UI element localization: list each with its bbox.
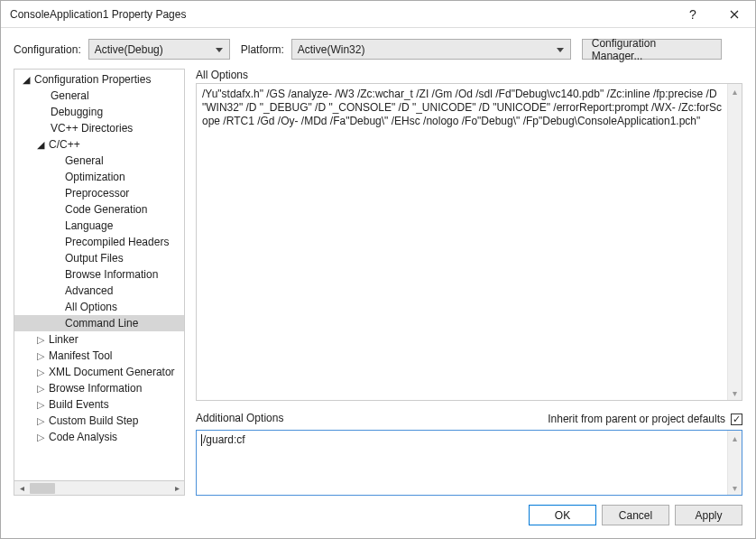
close-icon <box>730 10 739 19</box>
expand-icon: ◢ <box>20 74 32 86</box>
additional-options-header: Additional Options Inherit from parent o… <box>196 412 742 426</box>
tree-node-xml-document-generator[interactable]: ▷XML Document Generator <box>14 364 184 380</box>
scroll-down-icon: ▾ <box>728 386 742 400</box>
additional-options-label: Additional Options <box>196 412 283 424</box>
platform-value: Active(Win32) <box>298 43 365 56</box>
additional-options-text: /guard:cf <box>197 431 742 449</box>
all-options-text: /Yu"stdafx.h" /GS /analyze- /W3 /Zc:wcha… <box>197 84 742 132</box>
tree-node-code-analysis[interactable]: ▷Code Analysis <box>14 429 184 445</box>
tree-node-ccpp-precompiled-headers[interactable]: Precompiled Headers <box>14 234 184 250</box>
tree-node-ccpp-code-generation[interactable]: Code Generation <box>14 201 184 218</box>
scroll-up-icon: ▴ <box>728 431 742 445</box>
tree-node-build-events[interactable]: ▷Build Events <box>14 396 184 413</box>
additional-options-value: /guard:cf <box>203 433 245 446</box>
tree-label: General <box>49 89 91 102</box>
tree-node-ccpp-output-files[interactable]: Output Files <box>14 250 184 266</box>
all-options-box[interactable]: /Yu"stdafx.h" /GS /analyze- /W3 /Zc:wcha… <box>196 83 742 401</box>
tree-node-ccpp-browse-information[interactable]: Browse Information <box>14 266 184 283</box>
tree-label: Configuration Properties <box>32 73 152 86</box>
tree-label: Command Line <box>63 317 140 330</box>
collapse-icon: ▷ <box>34 383 47 395</box>
tree-label: Build Events <box>47 398 111 411</box>
scroll-left-icon: ◂ <box>14 482 29 495</box>
inherit-checkbox[interactable]: ✓ <box>731 414 742 425</box>
scroll-up-icon: ▴ <box>728 84 742 98</box>
tree-node-debugging[interactable]: Debugging <box>14 104 184 120</box>
tree-label: Code Analysis <box>47 431 119 443</box>
configuration-value: Active(Debug) <box>95 43 163 56</box>
tree-node-ccpp-preprocessor[interactable]: Preprocessor <box>14 185 184 201</box>
tree-label: Precompiled Headers <box>63 236 171 248</box>
tree-node-linker[interactable]: ▷Linker <box>14 331 184 348</box>
configuration-manager-label: Configuration Manager... <box>592 37 710 62</box>
help-button[interactable]: ? <box>672 1 714 28</box>
all-options-label: All Options <box>196 69 742 81</box>
tree-label: VC++ Directories <box>49 122 134 135</box>
cancel-button[interactable]: Cancel <box>602 505 669 525</box>
body: ◢ Configuration Properties General Debug… <box>1 69 755 496</box>
tree-node-ccpp-all-options[interactable]: All Options <box>14 299 184 315</box>
collapse-icon: ▷ <box>34 350 47 362</box>
tree-node-ccpp-language[interactable]: Language <box>14 218 184 234</box>
tree-panel: ◢ Configuration Properties General Debug… <box>14 69 185 496</box>
tree-node-ccpp-general[interactable]: General <box>14 153 184 169</box>
apply-label: Apply <box>695 509 722 522</box>
tree-label: All Options <box>63 301 119 313</box>
collapse-icon: ▷ <box>34 334 47 346</box>
tree-label: Debugging <box>49 106 105 118</box>
cancel-label: Cancel <box>619 509 652 522</box>
expand-icon: ◢ <box>34 139 47 151</box>
tree-label: Advanced <box>63 284 115 297</box>
tree-label: Browse Information <box>47 382 143 395</box>
right-panel: All Options /Yu"stdafx.h" /GS /analyze- … <box>185 69 742 496</box>
collapse-icon: ▷ <box>34 367 47 378</box>
ok-button[interactable]: OK <box>529 505 596 525</box>
tree-node-browse-information[interactable]: ▷Browse Information <box>14 380 184 396</box>
property-pages-window: ConsoleApplication1 Property Pages ? Con… <box>0 0 756 539</box>
tree-horizontal-scrollbar[interactable]: ◂ ▸ <box>14 481 185 496</box>
window-title: ConsoleApplication1 Property Pages <box>10 8 672 21</box>
footer: OK Cancel Apply <box>1 496 755 538</box>
config-row: Configuration: Active(Debug) Platform: A… <box>1 28 755 69</box>
tree-node-manifest-tool[interactable]: ▷Manifest Tool <box>14 348 184 364</box>
tree-node-general[interactable]: General <box>14 88 184 104</box>
tree-node-ccpp-optimization[interactable]: Optimization <box>14 169 184 185</box>
apply-button[interactable]: Apply <box>675 505 742 525</box>
tree-node-configuration-properties[interactable]: ◢ Configuration Properties <box>14 71 184 88</box>
property-tree[interactable]: ◢ Configuration Properties General Debug… <box>14 69 185 481</box>
platform-label: Platform: <box>241 43 284 56</box>
tree-label: XML Document Generator <box>47 366 177 378</box>
configuration-label: Configuration: <box>14 43 81 56</box>
collapse-icon: ▷ <box>34 399 47 411</box>
tree-label: Output Files <box>63 252 125 265</box>
additional-options-vertical-scrollbar[interactable]: ▴ ▾ <box>727 431 742 495</box>
scroll-thumb[interactable] <box>30 483 55 494</box>
tree-label: General <box>63 154 106 167</box>
tree-label: Optimization <box>63 171 127 183</box>
tree-label: Language <box>63 219 115 232</box>
tree-node-ccpp[interactable]: ◢ C/C++ <box>14 136 184 153</box>
tree-node-custom-build-step[interactable]: ▷Custom Build Step <box>14 413 184 429</box>
close-button[interactable] <box>714 1 755 28</box>
ok-label: OK <box>555 509 570 522</box>
configuration-select[interactable]: Active(Debug) <box>88 39 230 60</box>
scroll-right-icon: ▸ <box>170 482 184 495</box>
tree-node-vcpp-directories[interactable]: VC++ Directories <box>14 120 184 136</box>
tree-node-ccpp-command-line[interactable]: Command Line <box>14 315 184 331</box>
configuration-manager-button[interactable]: Configuration Manager... <box>582 39 722 60</box>
tree-label: Preprocessor <box>63 187 131 200</box>
inherit-label: Inherit from parent or project defaults <box>548 413 725 425</box>
tree-label: Browse Information <box>63 268 160 281</box>
inherit-checkbox-row[interactable]: Inherit from parent or project defaults … <box>548 413 742 425</box>
tree-label: Code Generation <box>63 203 149 216</box>
collapse-icon: ▷ <box>34 415 47 427</box>
additional-options-input[interactable]: /guard:cf ▴ ▾ <box>196 430 742 496</box>
platform-select[interactable]: Active(Win32) <box>291 39 571 60</box>
collapse-icon: ▷ <box>34 432 47 443</box>
tree-label: Custom Build Step <box>47 414 140 427</box>
tree-node-ccpp-advanced[interactable]: Advanced <box>14 283 184 299</box>
all-options-vertical-scrollbar[interactable]: ▴ ▾ <box>727 84 742 400</box>
tree-label: Linker <box>47 333 80 346</box>
tree-label: C/C++ <box>47 138 82 151</box>
tree-label: Manifest Tool <box>47 349 114 362</box>
